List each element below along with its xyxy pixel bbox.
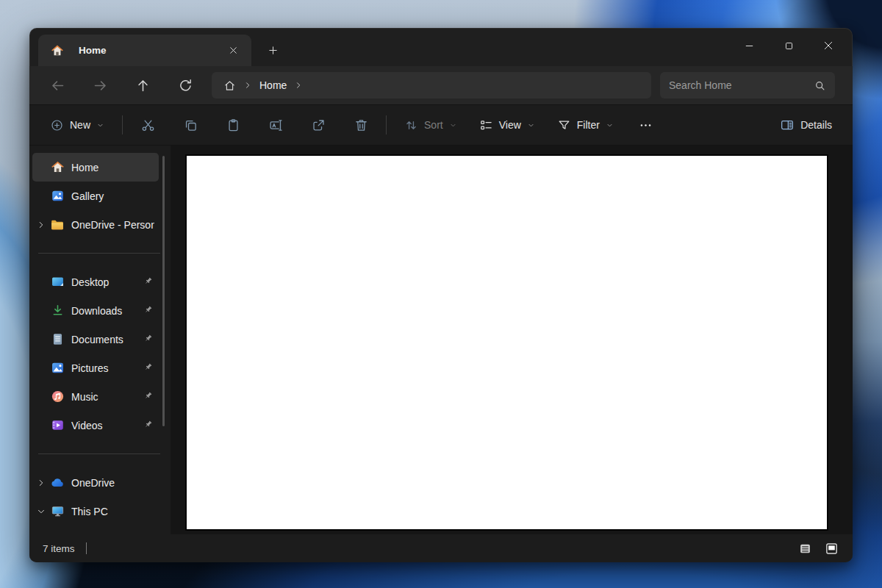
file-list-area bbox=[171, 146, 853, 534]
explorer-body: Home Gallery bbox=[29, 146, 853, 534]
sidebar-item-label: Documents bbox=[71, 334, 141, 345]
view-button[interactable]: View bbox=[472, 112, 542, 138]
items-count: 7 items bbox=[43, 543, 75, 554]
search-icon[interactable] bbox=[814, 79, 826, 92]
sidebar-item-label: Pictures bbox=[71, 362, 141, 374]
cut-icon[interactable] bbox=[133, 112, 162, 138]
file-explorer-window: Home bbox=[29, 28, 853, 562]
breadcrumb-home-segment[interactable]: Home bbox=[255, 78, 291, 93]
sidebar-item-label: Gallery bbox=[71, 190, 154, 202]
tab-strip: Home bbox=[29, 28, 853, 66]
paste-icon[interactable] bbox=[218, 112, 248, 138]
navigation-pane: Home Gallery bbox=[29, 146, 171, 534]
sidebar-item-home[interactable]: Home bbox=[32, 153, 159, 182]
sidebar-divider bbox=[38, 253, 160, 254]
share-icon[interactable] bbox=[304, 112, 333, 138]
pictures-icon bbox=[50, 361, 65, 376]
sidebar-item-onedrive-personal[interactable]: OneDrive - Personal bbox=[32, 210, 159, 239]
delete-icon[interactable] bbox=[346, 112, 376, 138]
copy-icon[interactable] bbox=[176, 112, 205, 138]
toolbar-divider bbox=[386, 115, 387, 135]
breadcrumb-home-icon[interactable] bbox=[219, 78, 240, 93]
sidebar-item-label: Home bbox=[71, 162, 154, 173]
list-view-icon[interactable] bbox=[795, 539, 814, 557]
videos-icon bbox=[50, 418, 65, 433]
status-divider bbox=[86, 542, 87, 554]
view-button-label: View bbox=[499, 119, 521, 131]
chevron-down-icon[interactable] bbox=[32, 503, 50, 520]
refresh-icon[interactable] bbox=[171, 72, 200, 98]
filter-icon bbox=[557, 118, 571, 132]
chevron-right-icon[interactable] bbox=[32, 216, 50, 234]
sidebar-item-gallery[interactable]: Gallery bbox=[32, 182, 159, 210]
sidebar-divider bbox=[38, 453, 160, 454]
pin-icon[interactable] bbox=[141, 419, 154, 432]
maximize-button[interactable] bbox=[769, 32, 808, 59]
forward-icon[interactable] bbox=[85, 72, 115, 98]
sort-button-label: Sort bbox=[424, 119, 443, 131]
new-plus-icon bbox=[50, 118, 64, 132]
folder-content-panel[interactable] bbox=[185, 154, 828, 531]
sidebar-item-onedrive[interactable]: OneDrive bbox=[32, 468, 159, 497]
filter-button-label: Filter bbox=[577, 119, 600, 131]
pin-icon[interactable] bbox=[141, 276, 154, 289]
up-icon[interactable] bbox=[128, 72, 157, 98]
sidebar-item-music[interactable]: Music bbox=[32, 382, 159, 411]
desktop-icon bbox=[50, 275, 65, 290]
chevron-down-icon bbox=[449, 121, 457, 129]
breadcrumb-chevron-icon bbox=[243, 81, 252, 90]
search-input[interactable] bbox=[669, 79, 814, 91]
view-icon bbox=[479, 118, 493, 132]
sidebar-item-label: OneDrive bbox=[71, 477, 154, 489]
thumbnail-view-icon[interactable] bbox=[822, 539, 841, 557]
music-icon bbox=[50, 390, 65, 404]
breadcrumb-chevron-icon[interactable] bbox=[294, 81, 303, 90]
pin-icon[interactable] bbox=[141, 362, 154, 375]
filter-button[interactable]: Filter bbox=[550, 112, 621, 138]
chevron-right-icon bbox=[49, 531, 66, 535]
close-button[interactable] bbox=[808, 32, 848, 59]
sidebar-item-desktop[interactable]: Desktop bbox=[32, 268, 159, 296]
new-tab-plus-icon[interactable] bbox=[262, 39, 284, 61]
tab-home[interactable]: Home bbox=[38, 35, 251, 66]
chevron-right-icon[interactable] bbox=[32, 474, 50, 492]
sidebar-item-label: OneDrive - Personal bbox=[71, 219, 154, 231]
sidebar-item-downloads[interactable]: Downloads bbox=[32, 296, 159, 325]
rename-icon[interactable] bbox=[261, 112, 290, 138]
desktop-wallpaper: Home bbox=[0, 0, 882, 588]
sidebar-item-videos[interactable]: Videos bbox=[32, 411, 159, 440]
sidebar-scrollbar[interactable] bbox=[162, 156, 165, 426]
command-toolbar: New bbox=[29, 104, 853, 146]
minimize-button[interactable] bbox=[729, 32, 769, 59]
downloads-icon bbox=[50, 304, 65, 318]
sort-icon bbox=[404, 118, 418, 132]
sidebar-item-this-pc[interactable]: This PC bbox=[32, 497, 159, 526]
details-button[interactable]: Details bbox=[772, 112, 839, 138]
pin-icon[interactable] bbox=[141, 304, 154, 318]
tab-close-icon[interactable] bbox=[223, 41, 243, 60]
address-bar[interactable]: Home bbox=[212, 72, 651, 98]
sidebar-item-drive-partial[interactable] bbox=[32, 526, 159, 534]
toolbar-divider bbox=[122, 115, 123, 135]
new-button-label: New bbox=[70, 119, 90, 131]
details-pane-icon bbox=[780, 118, 795, 132]
pin-icon[interactable] bbox=[141, 333, 154, 346]
sidebar-item-documents[interactable]: Documents bbox=[32, 325, 159, 354]
back-icon[interactable] bbox=[43, 72, 72, 98]
sidebar-item-pictures[interactable]: Pictures bbox=[32, 354, 159, 382]
more-ellipsis-icon[interactable] bbox=[631, 112, 661, 138]
this-pc-monitor-icon bbox=[50, 504, 65, 519]
details-button-label: Details bbox=[800, 119, 832, 131]
folder-icon bbox=[50, 218, 65, 232]
new-button[interactable]: New bbox=[43, 112, 112, 138]
breadcrumb-label: Home bbox=[259, 79, 287, 91]
tab-title: Home bbox=[79, 45, 107, 56]
sidebar-item-label: Downloads bbox=[71, 305, 141, 317]
sidebar-item-label: Music bbox=[71, 391, 141, 403]
search-box[interactable] bbox=[660, 72, 835, 98]
home-house-icon bbox=[50, 160, 65, 175]
sidebar-item-label: This PC bbox=[71, 506, 154, 517]
pin-icon[interactable] bbox=[141, 390, 154, 404]
chevron-down-icon bbox=[606, 121, 614, 129]
sort-button[interactable]: Sort bbox=[397, 112, 465, 138]
